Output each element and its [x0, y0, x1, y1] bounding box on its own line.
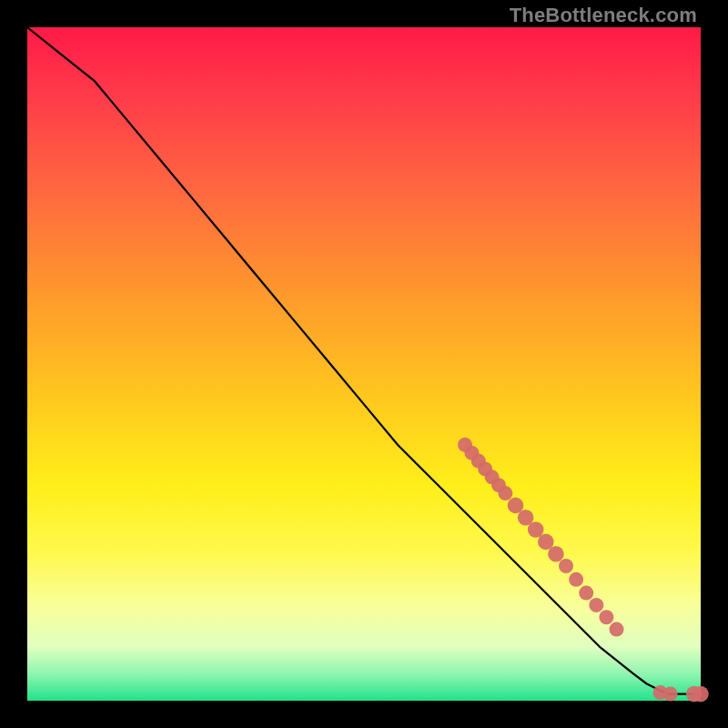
frame: TheBottleneck.com	[0, 0, 728, 728]
marker-dot	[569, 572, 583, 587]
curve-path	[27, 27, 701, 694]
marker-dot	[663, 687, 678, 702]
marker-dot	[589, 598, 603, 612]
curve-line	[27, 27, 701, 694]
marker-dot	[559, 559, 573, 573]
marker-dot	[498, 486, 512, 500]
marker-dot	[548, 546, 564, 562]
marker-dot	[610, 622, 624, 637]
curve-markers	[458, 438, 709, 703]
chart-overlay	[27, 27, 701, 701]
marker-dot	[693, 686, 709, 703]
marker-dot	[599, 610, 613, 624]
marker-dot	[579, 586, 593, 601]
watermark-text: TheBottleneck.com	[510, 4, 697, 27]
